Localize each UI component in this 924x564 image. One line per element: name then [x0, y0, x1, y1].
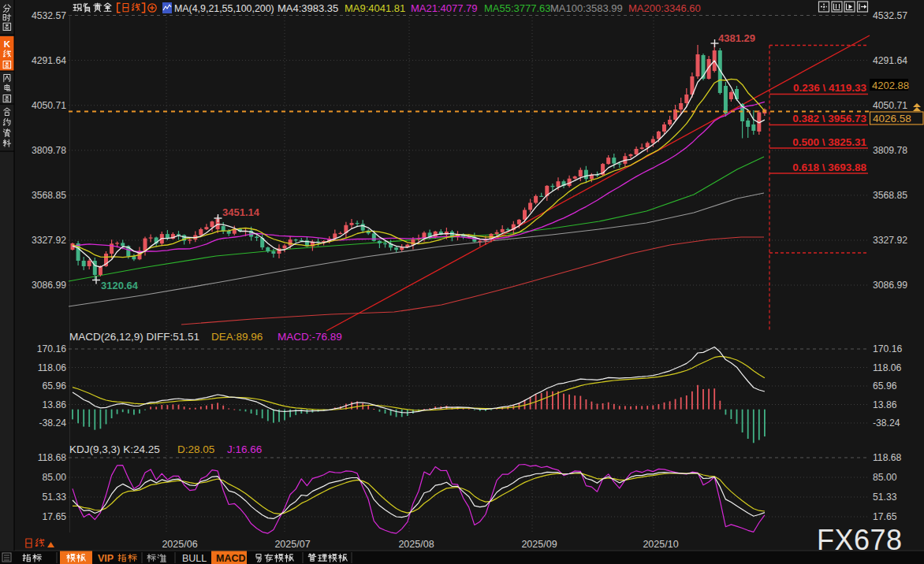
svg-text:118.06: 118.06 [38, 362, 67, 373]
svg-text:MA100:3583.99: MA100:3583.99 [550, 2, 623, 14]
svg-text:2025/07: 2025/07 [274, 539, 310, 550]
svg-text:3809.78: 3809.78 [32, 145, 66, 156]
svg-text:MA21:4077.79: MA21:4077.79 [411, 2, 478, 14]
svg-text:-38.24: -38.24 [39, 417, 66, 429]
svg-text:3568.85: 3568.85 [32, 190, 66, 201]
svg-text:51.33: 51.33 [873, 492, 897, 503]
svg-text:3086.99: 3086.99 [873, 280, 907, 291]
svg-text:MA(4,9,21,55,100,200): MA(4,9,21,55,100,200) [174, 3, 274, 14]
svg-text:MACD:-76.89: MACD:-76.89 [278, 331, 342, 343]
svg-text:118.06: 118.06 [873, 362, 902, 373]
svg-text:4202.88: 4202.88 [872, 80, 909, 91]
svg-text:4532.57: 4532.57 [873, 10, 907, 21]
svg-text:85.00: 85.00 [873, 472, 897, 483]
svg-text:85.00: 85.00 [43, 472, 67, 483]
svg-text:D:28.05: D:28.05 [177, 443, 214, 455]
svg-text:2025/10: 2025/10 [643, 539, 678, 550]
svg-text:VIP: VIP [98, 553, 114, 564]
svg-text:J:16.66: J:16.66 [227, 443, 262, 455]
svg-text:MA200:3346.60: MA200:3346.60 [628, 2, 701, 14]
svg-text:118.68: 118.68 [38, 452, 67, 463]
svg-text:MA4:3983.35: MA4:3983.35 [278, 2, 338, 14]
svg-text:65.96: 65.96 [43, 380, 67, 391]
svg-text:13.86: 13.86 [43, 399, 67, 410]
svg-text:17.65: 17.65 [43, 511, 67, 522]
svg-text:0.382 \ 3956.73: 0.382 \ 3956.73 [792, 113, 866, 124]
svg-text:0.618 \ 3693.88: 0.618 \ 3693.88 [792, 161, 866, 173]
svg-text:K: K [4, 39, 11, 49]
svg-text:3120.64: 3120.64 [101, 280, 139, 291]
svg-text:3086.99: 3086.99 [32, 280, 66, 291]
svg-text:170.16: 170.16 [37, 343, 66, 354]
svg-text:KDJ(9,3,3) K:24.25: KDJ(9,3,3) K:24.25 [69, 443, 160, 455]
svg-text:2025/06: 2025/06 [162, 539, 197, 550]
svg-text:4026.58: 4026.58 [873, 113, 911, 124]
svg-text:MA55:3777.63: MA55:3777.63 [484, 2, 551, 14]
svg-text:3327.92: 3327.92 [32, 235, 66, 246]
svg-text:2025/08: 2025/08 [398, 539, 434, 550]
svg-text:4291.64: 4291.64 [873, 55, 907, 66]
svg-text:4050.71: 4050.71 [32, 100, 66, 111]
svg-text:3809.78: 3809.78 [873, 145, 907, 156]
svg-text:0.236 \ 4119.33: 0.236 \ 4119.33 [793, 82, 867, 94]
svg-text:4050.71: 4050.71 [873, 100, 907, 111]
svg-text:3568.85: 3568.85 [873, 190, 907, 201]
svg-text:118.68: 118.68 [873, 452, 902, 463]
svg-text:BULL: BULL [182, 553, 207, 564]
svg-text:2025/09: 2025/09 [521, 539, 557, 550]
svg-text:DEA:89.96: DEA:89.96 [211, 331, 263, 343]
svg-text:170.16: 170.16 [873, 343, 902, 354]
svg-text:3327.92: 3327.92 [873, 235, 907, 246]
svg-text:13.86: 13.86 [873, 399, 897, 410]
svg-text:3451.14: 3451.14 [222, 206, 260, 218]
svg-text:MA9:4041.81: MA9:4041.81 [345, 2, 405, 14]
svg-text:51.33: 51.33 [43, 492, 67, 503]
svg-text:0.500 \ 3825.31: 0.500 \ 3825.31 [792, 136, 866, 148]
svg-text:MACD(26,12,9) DIFF:51.51: MACD(26,12,9) DIFF:51.51 [69, 331, 199, 343]
svg-text:-38.24: -38.24 [873, 417, 900, 429]
svg-text:65.96: 65.96 [873, 380, 897, 391]
svg-text:4532.57: 4532.57 [32, 10, 66, 21]
svg-text:4381.29: 4381.29 [718, 32, 755, 44]
svg-text:MACD: MACD [216, 553, 246, 564]
svg-text:17.65: 17.65 [873, 511, 897, 522]
svg-text:4291.64: 4291.64 [32, 55, 66, 66]
